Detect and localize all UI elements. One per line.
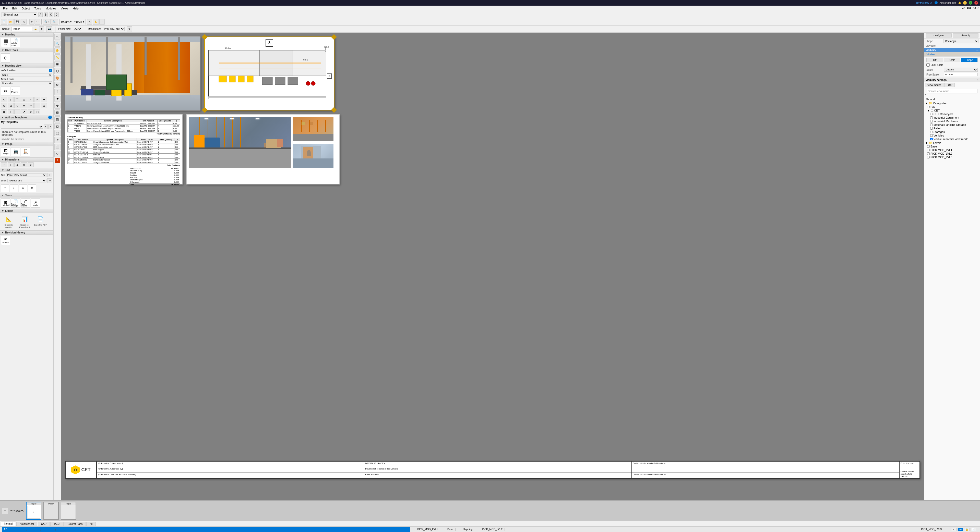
- cad-tools-header[interactable]: ▼ CAD Tools: [0, 48, 53, 52]
- print-btn[interactable]: 🖨: [21, 19, 27, 25]
- tree-box[interactable]: Box: [924, 105, 980, 109]
- tab-architectural[interactable]: Architectural: [16, 522, 37, 526]
- camera-btn[interactable]: 📷: [46, 26, 52, 32]
- tree-cet[interactable]: ▼ CET: [924, 109, 980, 112]
- vtb-group[interactable]: ◻: [54, 123, 60, 129]
- tree-levels[interactable]: ▼ 📁 Levels: [924, 141, 980, 145]
- template-select[interactable]: [1, 125, 43, 129]
- data-field-tool[interactable]: 🖼: [28, 184, 36, 192]
- vtb-3d[interactable]: ⬡: [54, 68, 60, 74]
- tree-pick-lvl3[interactable]: PICK MOD_LVL3: [924, 156, 980, 159]
- trim-tool[interactable]: ✂: [27, 103, 34, 108]
- redo-btn[interactable]: ↪: [35, 19, 40, 25]
- paper-manager-tool[interactable]: 📄 Paper Manager: [11, 199, 20, 208]
- mirror-tool[interactable]: ⇔: [21, 103, 27, 108]
- badge-tool[interactable]: B: [19, 184, 27, 192]
- tree-storages[interactable]: Storages: [924, 130, 980, 134]
- try-new-ui[interactable]: Try the new UI: [916, 2, 932, 4]
- text-tool[interactable]: T: [1, 184, 9, 192]
- tab-normal[interactable]: Normal: [1, 521, 16, 526]
- menu-views[interactable]: Views: [59, 6, 70, 11]
- vtb-block[interactable]: ⬚: [54, 130, 60, 136]
- tab-nav-c[interactable]: C: [49, 13, 53, 17]
- thumb-page-3[interactable]: Paper: [61, 502, 76, 520]
- circle-tool[interactable]: ○: [27, 97, 34, 102]
- status-3d-btn[interactable]: 3D: [951, 528, 957, 531]
- symbol-tool-dv[interactable]: ★: [27, 109, 34, 114]
- shape-btn[interactable]: Shape: [961, 58, 978, 62]
- vtb-measure[interactable]: 📏: [54, 54, 60, 60]
- tree-industrial-machines[interactable]: Industrial Machines: [924, 119, 980, 123]
- copy-tool[interactable]: ⊕: [1, 103, 7, 108]
- free-scale-input[interactable]: [944, 73, 978, 76]
- new-btn[interactable]: 📄: [1, 19, 7, 25]
- thumb-options-icon[interactable]: ✂−✕⊕⊟⟳⟲: [10, 509, 24, 512]
- drawing-section-header[interactable]: ▼ Drawing: [0, 33, 53, 37]
- array-tool[interactable]: ⊟: [41, 103, 47, 108]
- vtb-arrow[interactable]: ↗: [54, 137, 60, 143]
- tab-nav-b[interactable]: B: [44, 13, 48, 17]
- tree-pick-lvl2[interactable]: PICK MOD_LVL2: [924, 152, 980, 156]
- move-tool[interactable]: ✥: [41, 97, 47, 102]
- shape-select[interactable]: Rectangle: [943, 39, 978, 43]
- export-pdf[interactable]: 📄 Export to PDF: [33, 214, 48, 229]
- revision-history-header[interactable]: ▼ Revision History: [0, 231, 53, 235]
- tree-base[interactable]: Base: [924, 145, 980, 148]
- tree-pallet[interactable]: Pallet: [924, 127, 980, 130]
- vtb-pan[interactable]: ✋: [54, 48, 60, 54]
- add-page-btn[interactable]: +: [2, 508, 8, 514]
- tree-categories[interactable]: ▼ 📁 Categories: [924, 101, 980, 105]
- tab-all[interactable]: All: [86, 522, 96, 526]
- templates-help[interactable]: ?: [48, 116, 52, 119]
- vis-search-input[interactable]: [927, 89, 977, 94]
- paper-size-select[interactable]: A3A4A2: [73, 27, 82, 31]
- lines-edit-btn[interactable]: ✏: [47, 178, 52, 183]
- off-btn[interactable]: Off: [926, 58, 943, 62]
- template-prev[interactable]: <: [44, 124, 48, 129]
- text-edit-btn[interactable]: ✏: [47, 173, 52, 177]
- dim-diameter[interactable]: ⌀: [27, 162, 34, 167]
- scale-select[interactable]: Undecided: [1, 81, 52, 85]
- dim-radius[interactable]: R: [21, 162, 27, 167]
- drawing-view-help[interactable]: ?: [49, 68, 52, 72]
- extend-tool[interactable]: ↔: [34, 103, 40, 108]
- status-2d-btn[interactable]: 2D: [958, 528, 963, 531]
- more-tabs-btn[interactable]: ⋮: [96, 522, 100, 526]
- image-section-header[interactable]: ▼ Image: [0, 142, 53, 146]
- tab-colored-tags[interactable]: Colored Tags: [64, 522, 86, 526]
- scale-type-select[interactable]: Custom: [944, 68, 978, 72]
- scale-tool[interactable]: ⊞: [8, 103, 14, 108]
- menu-modules[interactable]: Modules: [43, 6, 58, 11]
- scale-btn[interactable]: Scale: [944, 58, 961, 62]
- authorized-by[interactable]: [Order entry, Authorized by]: [97, 467, 364, 473]
- polyline-tool[interactable]: ⌐: [34, 97, 40, 102]
- show-all-tabs-select[interactable]: Show all tabs: [2, 12, 37, 17]
- settings-btn[interactable]: ⚙: [127, 26, 132, 32]
- field-var-2[interactable]: Double click to select a field variable: [364, 467, 632, 473]
- menu-tools[interactable]: Tools: [32, 6, 43, 11]
- vtb-help[interactable]: ?: [54, 89, 60, 95]
- drawing-view-header[interactable]: ▼ Drawing view: [0, 64, 53, 68]
- configure-btn[interactable]: Configure: [926, 33, 951, 38]
- enter-text-2[interactable]: Enter text here: [900, 462, 920, 470]
- rectangle-tool[interactable]: □: [21, 97, 27, 102]
- thumb-page-1[interactable]: Paper 1: [26, 502, 41, 520]
- dim-linear[interactable]: ↔: [1, 162, 7, 167]
- sheet-tool[interactable]: 📋 Sheet: [21, 147, 30, 156]
- select-mode-btn[interactable]: ↖: [87, 19, 92, 25]
- vis-close-btn[interactable]: ✕: [977, 79, 978, 81]
- tree-cet-conveyors[interactable]: CET Conveyors: [924, 112, 980, 116]
- vtb-settings[interactable]: ⚙: [54, 82, 60, 88]
- lines-select[interactable]: Text Box Line: [7, 179, 46, 183]
- vtb-view[interactable]: 👁: [54, 96, 60, 102]
- open-btn[interactable]: 📂: [8, 19, 14, 25]
- tools-section-header[interactable]: ▼ Tools: [0, 194, 53, 197]
- tab-nav-d[interactable]: D: [54, 13, 59, 17]
- field-var-4[interactable]: Double click to select a field variable: [900, 470, 920, 478]
- pan-btn[interactable]: ✋: [93, 19, 99, 25]
- vtb-grid[interactable]: ⊟: [54, 110, 60, 116]
- tree-industrial-equipment[interactable]: Industrial Equipment: [924, 116, 980, 119]
- tab-cad[interactable]: CAD: [38, 522, 50, 526]
- view-clip-btn[interactable]: View Clip: [953, 33, 979, 38]
- vtb-frame[interactable]: ⬜: [54, 144, 60, 150]
